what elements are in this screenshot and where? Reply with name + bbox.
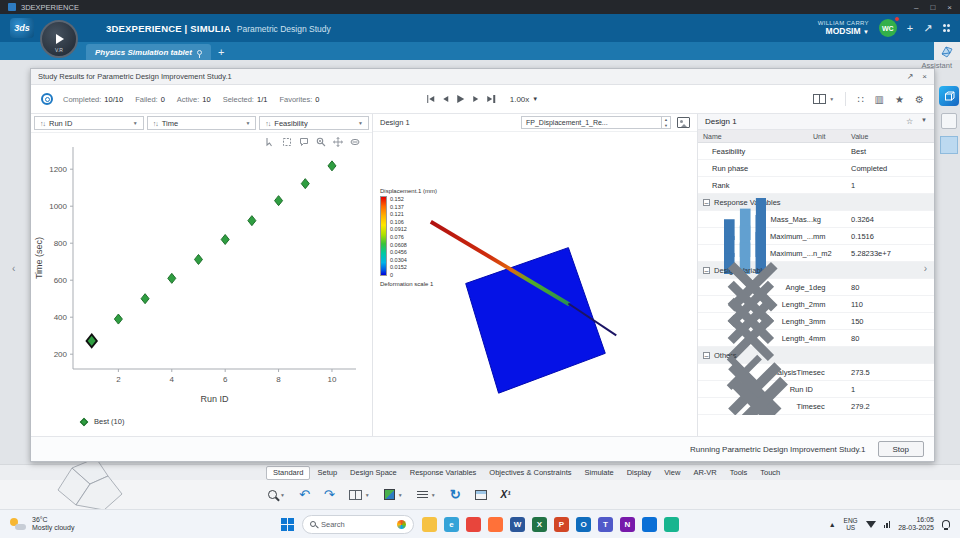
minimize-icon[interactable]: – [914,3,918,12]
ribbon-tab-display[interactable]: Display [621,467,658,479]
data-point[interactable] [301,179,309,189]
excel-icon[interactable]: X [532,517,547,532]
filter-combo-run-id[interactable]: ↑↓ Run ID ▼ [34,116,144,130]
chrome-icon[interactable] [466,517,481,532]
data-point[interactable] [114,314,122,324]
outlook-icon[interactable]: O [576,517,591,532]
ribbon-tab-simulate[interactable]: Simulate [578,467,619,479]
ribbon-tab-touch[interactable]: Touch [754,467,786,479]
data-point[interactable] [168,273,176,283]
xy-plot-button[interactable]: X¹ [501,489,511,500]
favorite-star-icon[interactable]: ★ [895,94,904,105]
add-button[interactable]: + [907,22,913,34]
property-row-feasibility[interactable]: Feasibility Best [698,143,934,160]
3d-assistant-cube-icon[interactable] [939,86,959,106]
undo-button[interactable]: ↶ [299,487,310,502]
skip-to-end-button[interactable] [487,95,495,103]
play-button[interactable] [457,95,464,103]
skip-to-start-button[interactable] [427,95,435,103]
3dexperience-compass[interactable]: V.R [40,20,78,58]
tray-expand-chevron-icon[interactable]: ▲ [829,521,836,528]
data-point[interactable] [275,196,283,206]
start-button[interactable] [281,518,294,531]
chevron-down-icon[interactable]: ▼ [921,117,927,126]
ribbon-tab-tools[interactable]: Tools [724,467,754,479]
data-point[interactable] [194,254,202,264]
property-row-time[interactable]: Time sec 279.2 [698,398,934,415]
star-icon[interactable]: ☆ [906,117,913,126]
weather-widget[interactable]: 36°C Mostly cloudy [10,516,74,533]
scatter-plot[interactable]: 20040060080010001200246810Run IDTime (se… [31,133,366,411]
window-titlebar[interactable]: Study Results for Parametric Design Impr… [31,69,934,85]
property-row-run-phase[interactable]: Run phase Completed [698,160,934,177]
dock-tool-icon[interactable] [941,113,957,129]
store-icon[interactable] [642,517,657,532]
property-row-length-4[interactable]: Length_4 mm 80 [698,330,934,347]
ribbon-tab-standard[interactable]: Standard [266,466,310,480]
ribbon-tab-ar-vr[interactable]: AR-VR [687,467,722,479]
stop-button[interactable]: Stop [878,441,924,457]
mesh-icon[interactable] [941,45,954,58]
maximize-icon[interactable]: □ [930,3,935,12]
edge-icon[interactable]: e [444,517,459,532]
select-icon[interactable] [265,137,275,147]
avatar[interactable]: WC [879,19,897,37]
step-forward-button[interactable] [473,96,478,102]
view-mode-button[interactable]: ▼ [349,490,370,500]
zoom-in-icon[interactable] [316,137,326,147]
collapse-left-chevron-icon[interactable]: ‹ [12,263,15,274]
data-point[interactable] [221,235,229,245]
filter-combo-time[interactable]: ↑↓ Time ▼ [147,116,257,130]
tab-physics-simulation[interactable]: Physics Simulation tablet [86,44,211,60]
data-point[interactable] [248,216,256,226]
chat-icon[interactable] [664,517,679,532]
snapshot-image-icon[interactable] [677,117,690,128]
share-icon[interactable]: ↗ [923,22,932,35]
wifi-icon[interactable] [866,521,876,528]
collapse-right-chevron-icon[interactable]: › [924,263,927,274]
filter-combo-feasibility[interactable]: ↑↓ Feasibility ▼ [259,116,369,130]
onenote-icon[interactable]: N [620,517,635,532]
layout-selector-button[interactable]: ▼ [813,94,834,104]
scatter-matrix-icon[interactable]: ∷ [857,94,863,105]
window-close-icon[interactable]: × [922,72,927,81]
ribbon-tab-design-space[interactable]: Design Space [344,467,403,479]
expand-icon[interactable]: ↗ [907,72,914,81]
data-point[interactable] [141,294,149,304]
redo-button[interactable]: ↷ [324,487,335,502]
viewer-canvas[interactable]: Displacement.1 (mm) 0.1520.1370.1210.106… [373,132,697,436]
comment-icon[interactable] [299,137,309,147]
data-point[interactable] [86,334,96,347]
word-icon[interactable]: W [510,517,525,532]
columns-icon[interactable]: ▥ [875,94,884,105]
apps-grid-icon[interactable] [943,24,951,32]
data-point[interactable] [328,161,336,171]
clock-widget[interactable]: 16:05 28-03-2025 [898,516,934,533]
field-plot-selector[interactable]: FP_Displacement_1_Re... ▲▼ [521,116,671,129]
new-tab-button[interactable]: + [218,46,224,58]
playback-speed-dropdown[interactable]: 1.00x ▼ [510,95,539,104]
ribbon-tab-view[interactable]: View [658,467,686,479]
user-menu[interactable]: WILLIAM CARRY MODSIM ▼ [818,20,869,37]
powerpoint-icon[interactable]: P [554,517,569,532]
dassault-3ds-logo[interactable]: 3ds [10,18,34,38]
sync-button[interactable]: ↻ [450,487,461,502]
taskbar-search[interactable]: Search [302,515,414,534]
ribbon-tab-objectives-constraints[interactable]: Objectives & Constraints [483,467,577,479]
zoom-tool-button[interactable]: ▼ [268,490,285,499]
list-options-button[interactable]: ▼ [417,491,436,499]
property-row-rank[interactable]: Rank 1 [698,177,934,194]
dock-panel-icon[interactable] [940,136,958,154]
box-select-icon[interactable] [282,137,292,147]
table-button[interactable] [475,490,487,500]
notifications-bell-icon[interactable] [942,520,950,528]
settings-gear-icon[interactable]: ⚙ [915,94,924,105]
step-back-button[interactable] [443,96,448,102]
fit-view-icon[interactable] [350,137,360,147]
language-switcher[interactable]: ENGUS [844,517,858,531]
teams-icon[interactable]: T [598,517,613,532]
pan-icon[interactable] [333,137,343,147]
volume-icon[interactable] [884,521,891,528]
material-cube-button[interactable]: ▼ [384,489,403,500]
ribbon-tab-setup[interactable]: Setup [311,467,343,479]
